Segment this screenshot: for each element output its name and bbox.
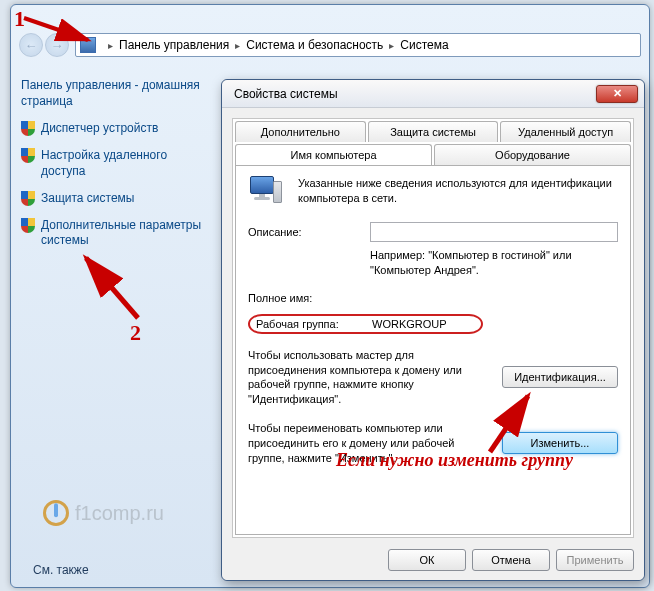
sidebar-link-label: Дополнительные параметры системы [41, 218, 211, 249]
sidebar: Панель управления - домашняя страница Ди… [21, 77, 211, 260]
tab-panel-computer-name: Указанные ниже сведения используются для… [235, 165, 631, 535]
sidebar-link-advanced-settings[interactable]: Дополнительные параметры системы [21, 218, 211, 249]
tabs-row-1: Дополнительно Защита системы Удаленный д… [235, 121, 631, 142]
description-label: Описание: [248, 226, 370, 238]
dialog-title: Свойства системы [234, 87, 338, 101]
identification-button[interactable]: Идентификация... [502, 366, 618, 388]
tab-remote[interactable]: Удаленный доступ [500, 121, 631, 142]
sidebar-link-system-protection[interactable]: Защита системы [21, 191, 211, 207]
workgroup-row: Рабочая группа: WORKGROUP [248, 314, 483, 334]
watermark: f1comp.ru [43, 500, 164, 526]
shield-icon [21, 191, 35, 207]
workgroup-value: WORKGROUP [372, 318, 447, 330]
intro-text: Указанные ниже сведения используются для… [298, 176, 618, 208]
control-panel-window: ← → ▸ Панель управления ▸ Система и безо… [10, 4, 650, 588]
chevron-right-icon: ▸ [108, 40, 113, 51]
annotation-number-1: 1 [14, 6, 25, 32]
dialog-body: Дополнительно Защита системы Удаленный д… [232, 118, 634, 538]
tab-computer-name[interactable]: Имя компьютера [235, 144, 432, 165]
sidebar-link-label: Диспетчер устройств [41, 121, 158, 137]
address-area: ← → ▸ Панель управления ▸ Система и безо… [19, 33, 641, 57]
watermark-text: f1comp.ru [75, 502, 164, 525]
dialog-button-bar: ОК Отмена Применить [222, 540, 644, 580]
example-text: Например: "Компьютер в гостиной" или "Ко… [370, 248, 618, 278]
computer-icon [248, 176, 282, 206]
tabs-row-2: Имя компьютера Оборудование [235, 144, 631, 165]
sidebar-heading[interactable]: Панель управления - домашняя страница [21, 77, 211, 109]
identification-text: Чтобы использовать мастер для присоедине… [248, 348, 492, 407]
dialog-titlebar[interactable]: Свойства системы ✕ [222, 80, 644, 108]
nav-forward-button[interactable]: → [45, 33, 69, 57]
sidebar-link-device-manager[interactable]: Диспетчер устройств [21, 121, 211, 137]
tab-hardware[interactable]: Оборудование [434, 144, 631, 165]
breadcrumb-item[interactable]: Панель управления [119, 38, 229, 52]
annotation-note: Если нужно изменить группу [336, 450, 573, 471]
shield-icon [21, 148, 35, 164]
description-row: Описание: [248, 222, 618, 242]
nav-back-forward: ← → [19, 33, 69, 57]
workgroup-label: Рабочая группа: [256, 318, 372, 330]
breadcrumb-bar[interactable]: ▸ Панель управления ▸ Система и безопасн… [75, 33, 641, 57]
chevron-right-icon: ▸ [389, 40, 394, 51]
chevron-right-icon: ▸ [235, 40, 240, 51]
ok-button[interactable]: ОК [388, 549, 466, 571]
shield-icon [21, 121, 35, 137]
close-button[interactable]: ✕ [596, 85, 638, 103]
annotation-number-2: 2 [130, 320, 141, 346]
apply-button[interactable]: Применить [556, 549, 634, 571]
sidebar-link-label: Защита системы [41, 191, 134, 207]
identification-row: Чтобы использовать мастер для присоедине… [248, 348, 618, 407]
sidebar-link-label: Настройка удаленного доступа [41, 148, 211, 179]
sidebar-link-remote-settings[interactable]: Настройка удаленного доступа [21, 148, 211, 179]
shield-icon [21, 218, 35, 234]
system-properties-dialog: Свойства системы ✕ Дополнительно Защита … [221, 79, 645, 581]
tab-advanced[interactable]: Дополнительно [235, 121, 366, 142]
nav-back-button[interactable]: ← [19, 33, 43, 57]
cancel-button[interactable]: Отмена [472, 549, 550, 571]
fullname-row: Полное имя: [248, 292, 618, 304]
breadcrumb-item[interactable]: Система [400, 38, 448, 52]
tab-system-protection[interactable]: Защита системы [368, 121, 499, 142]
breadcrumb-item[interactable]: Система и безопасность [246, 38, 383, 52]
fullname-label: Полное имя: [248, 292, 370, 304]
see-also-label: См. также [33, 563, 89, 577]
close-icon: ✕ [613, 87, 622, 100]
info-icon [43, 500, 69, 526]
control-panel-icon [80, 37, 96, 53]
description-input[interactable] [370, 222, 618, 242]
